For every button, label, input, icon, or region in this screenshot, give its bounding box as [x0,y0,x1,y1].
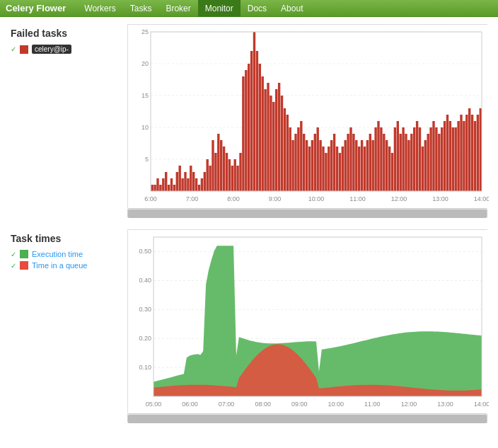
nav-broker[interactable]: Broker [158,0,197,17]
task-times-left: Task times ✓ Execution time ✓ Time in a … [11,229,127,272]
task-times-section: Task times ✓ Execution time ✓ Time in a … [11,229,487,435]
queue-legend-color [20,261,28,270]
task-times-canvas [128,230,489,414]
failed-tasks-chart-area [127,24,487,218]
task-times-legend-0: ✓ Execution time [11,250,127,258]
failed-tasks-canvas [128,25,489,209]
nav-docs[interactable]: Docs [241,0,274,17]
task-times-title: Task times [11,233,127,244]
failed-tasks-scrollbar-thumb[interactable] [128,209,487,218]
nav-workers[interactable]: Workers [77,0,122,17]
queue-legend-label: Time in a queue [32,261,87,270]
task-times-chart [127,229,487,413]
legend-check-0: ✓ [11,45,16,53]
nav-tasks[interactable]: Tasks [123,0,159,17]
failed-tasks-left: Failed tasks ✓ celery@ip- [11,24,127,57]
task-times-scrollbar[interactable] [127,413,487,423]
navbar: Celery Flower Workers Tasks Broker Monit… [0,0,498,17]
nav-about[interactable]: About [274,0,310,17]
main-content: Failed tasks ✓ celery@ip- Task times ✓ E… [0,17,498,448]
task-times-chart-area [127,229,487,423]
task-times-legend-1: ✓ Time in a queue [11,261,127,270]
app-brand: Celery Flower [6,3,66,13]
failed-tasks-scrollbar[interactable] [127,208,487,218]
nav-links: Workers Tasks Broker Monitor Docs About [77,0,310,17]
task-times-scrollbar-thumb[interactable] [128,415,487,423]
exec-legend-check: ✓ [11,251,16,258]
exec-legend-label: Execution time [32,250,83,258]
failed-tasks-chart [127,24,487,208]
failed-tasks-title: Failed tasks [11,28,127,39]
queue-legend-check: ✓ [11,262,16,270]
nav-monitor[interactable]: Monitor [198,0,241,17]
legend-label-0: celery@ip- [32,45,71,54]
legend-color-0 [20,45,28,54]
exec-legend-color [20,250,28,258]
failed-tasks-legend-0: ✓ celery@ip- [11,45,127,54]
failed-tasks-section: Failed tasks ✓ celery@ip- [11,24,487,229]
